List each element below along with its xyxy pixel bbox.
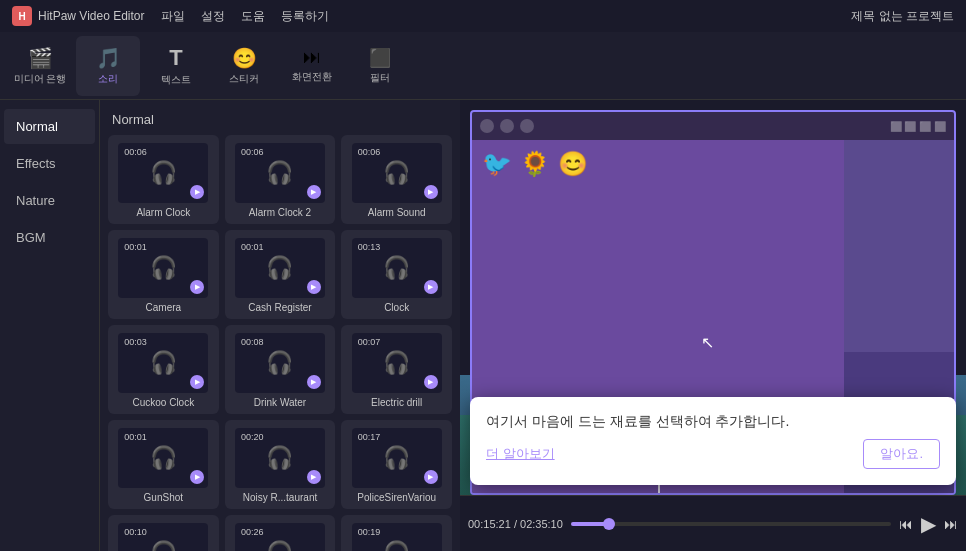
sound-time: 00:08: [241, 337, 264, 347]
current-time: 00:15:21: [468, 518, 511, 530]
sound-thumb: 00:01 🎧 ▶: [118, 238, 208, 298]
prev-button[interactable]: ⏮: [899, 516, 913, 532]
sound-time: 00:03: [124, 337, 147, 347]
sound-card[interactable]: 00:17 🎧 ▶ PoliceSirenVariou: [341, 420, 452, 509]
text-icon: T: [169, 45, 182, 71]
sidebar-item-bgm[interactable]: BGM: [4, 220, 95, 255]
popup-text: 여기서 마음에 드는 재료를 선택하여 추가합니다.: [486, 413, 940, 431]
sound-card[interactable]: 00:20 🎧 ▶ Noisy R...taurant: [225, 420, 336, 509]
sound-card[interactable]: 00:08 🎧 ▶ Drink Water: [225, 325, 336, 414]
sound-time: 00:07: [358, 337, 381, 347]
toolbar-label-media: 미디어 은행: [14, 72, 67, 86]
sound-card[interactable]: 00:07 🎧 ▶ Electric drill: [341, 325, 452, 414]
headphone-icon: 🎧: [266, 445, 293, 471]
popup-learn-more-link[interactable]: 더 알아보기: [486, 445, 555, 463]
total-time: 02:35:10: [520, 518, 563, 530]
sound-thumb: 00:13 🎧 ▶: [352, 238, 442, 298]
headphone-icon: 🎧: [383, 540, 410, 551]
toolbar-btn-filter[interactable]: ⬛ 필터: [348, 36, 412, 96]
sound-card[interactable]: 00:19 🎧 ▶ Tick Tock: [341, 515, 452, 551]
toolbar: 🎬 미디어 은행 🎵 소리 T 텍스트 😊 스티커 ⏭ 화면전환 ⬛ 필터: [0, 32, 966, 100]
menu-item-file[interactable]: 파일: [161, 8, 185, 25]
headphone-icon: 🎧: [383, 350, 410, 376]
play-mini-button[interactable]: ▶: [307, 185, 321, 199]
menu-items: 파일 설정 도움 등록하기: [161, 8, 329, 25]
menu-item-help[interactable]: 도움: [241, 8, 265, 25]
toolbar-label-text: 텍스트: [161, 73, 191, 87]
play-mini-button[interactable]: ▶: [190, 280, 204, 294]
sound-card[interactable]: 00:01 🎧 ▶ Cash Register: [225, 230, 336, 319]
audio-icon: 🎵: [96, 46, 121, 70]
sound-card[interactable]: 00:06 🎧 ▶ Alarm Clock: [108, 135, 219, 224]
sidebar-item-nature[interactable]: Nature: [4, 183, 95, 218]
sound-card[interactable]: 00:06 🎧 ▶ Alarm Sound: [341, 135, 452, 224]
sound-time: 00:10: [124, 527, 147, 537]
popup-overlay: 여기서 마음에 드는 재료를 선택하여 추가합니다. 더 알아보기 알아요.: [470, 397, 956, 485]
sound-label: Alarm Clock 2: [249, 207, 311, 218]
toolbar-btn-text[interactable]: T 텍스트: [144, 36, 208, 96]
toolbar-btn-transition[interactable]: ⏭ 화면전환: [280, 36, 344, 96]
headphone-icon: 🎧: [266, 350, 293, 376]
play-mini-button[interactable]: ▶: [307, 470, 321, 484]
sound-time: 00:19: [358, 527, 381, 537]
toolbar-btn-sticker[interactable]: 😊 스티커: [212, 36, 276, 96]
preview-content: ⬜ ⬜ ⬜ ⬜ 🐦 🌻 😊 🌸 ↖: [460, 100, 966, 495]
sound-card[interactable]: 00:06 🎧 ▶ Alarm Clock 2: [225, 135, 336, 224]
timeline-handle[interactable]: [603, 518, 615, 530]
sound-thumb: 00:17 🎧 ▶: [352, 428, 442, 488]
sound-label: Drink Water: [254, 397, 306, 408]
play-mini-button[interactable]: ▶: [307, 280, 321, 294]
sound-label: Electric drill: [371, 397, 422, 408]
play-mini-button[interactable]: ▶: [307, 375, 321, 389]
top-bar-left: H HitPaw Video Editor 파일 설정 도움 등록하기: [12, 6, 329, 26]
sound-card[interactable]: 00:03 🎧 ▶ Cuckoo Clock: [108, 325, 219, 414]
play-mini-button[interactable]: ▶: [424, 185, 438, 199]
preview-top-bar: ⬜ ⬜ ⬜ ⬜: [472, 112, 954, 140]
sound-label: GunShot: [144, 492, 183, 503]
logo-icon: H: [12, 6, 32, 26]
headphone-icon: 🎧: [150, 445, 177, 471]
sound-card[interactable]: 00:01 🎧 ▶ Camera: [108, 230, 219, 319]
sound-thumb: 00:06 🎧 ▶: [352, 143, 442, 203]
main-content: Normal Effects Nature BGM Normal 00:06 🎧…: [0, 100, 966, 551]
duck-emoji: 🐦: [482, 150, 512, 178]
play-mini-button[interactable]: ▶: [190, 470, 204, 484]
menu-item-register[interactable]: 등록하기: [281, 8, 329, 25]
sidebar-item-normal[interactable]: Normal: [4, 109, 95, 144]
sound-thumb: 00:19 🎧 ▶: [352, 523, 442, 551]
app-name: HitPaw Video Editor: [38, 9, 145, 23]
sound-time: 00:06: [241, 147, 264, 157]
play-mini-button[interactable]: ▶: [424, 280, 438, 294]
sound-label: Alarm Sound: [368, 207, 426, 218]
transition-icon: ⏭: [303, 47, 321, 68]
headphone-icon: 🎧: [383, 160, 410, 186]
sound-thumb: 00:01 🎧 ▶: [235, 238, 325, 298]
play-mini-button[interactable]: ▶: [190, 185, 204, 199]
sound-card[interactable]: 00:10 🎧 ▶ Pour Water: [108, 515, 219, 551]
media-bank-icon: 🎬: [28, 46, 53, 70]
toolbar-btn-media[interactable]: 🎬 미디어 은행: [8, 36, 72, 96]
sound-label: Cash Register: [248, 302, 311, 313]
sound-card[interactable]: 00:01 🎧 ▶ GunShot: [108, 420, 219, 509]
sound-label: Cuckoo Clock: [132, 397, 194, 408]
menu-item-settings[interactable]: 설정: [201, 8, 225, 25]
sound-label: PoliceSirenVariou: [357, 492, 436, 503]
popup-ok-button[interactable]: 알아요.: [863, 439, 940, 469]
toolbar-label-sticker: 스티커: [229, 72, 259, 86]
play-mini-button[interactable]: ▶: [424, 375, 438, 389]
sound-thumb: 00:06 🎧 ▶: [235, 143, 325, 203]
sound-thumb: 00:10 🎧 ▶: [118, 523, 208, 551]
preview-ctrl-1: [480, 119, 494, 133]
next-button[interactable]: ⏭: [944, 516, 958, 532]
sound-card[interactable]: 00:26 🎧 ▶ Rubber: [225, 515, 336, 551]
sound-thumb: 00:20 🎧 ▶: [235, 428, 325, 488]
headphone-icon: 🎧: [383, 445, 410, 471]
play-mini-button[interactable]: ▶: [190, 375, 204, 389]
toolbar-btn-audio[interactable]: 🎵 소리: [76, 36, 140, 96]
sound-card[interactable]: 00:13 🎧 ▶ Clock: [341, 230, 452, 319]
play-mini-button[interactable]: ▶: [424, 470, 438, 484]
sidebar-item-effects[interactable]: Effects: [4, 146, 95, 181]
play-button[interactable]: ▶: [921, 512, 936, 536]
timeline-progress[interactable]: [571, 522, 891, 526]
face-emoji: 😊: [558, 150, 588, 178]
